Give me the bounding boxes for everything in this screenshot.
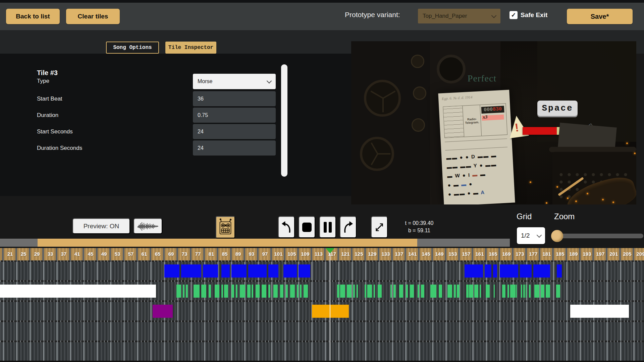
green-tile[interactable] xyxy=(247,285,251,298)
green-tile[interactable] xyxy=(300,285,302,298)
green-tile[interactable] xyxy=(439,285,442,298)
green-tile[interactable] xyxy=(252,285,253,298)
blue-tile[interactable] xyxy=(533,264,550,278)
waveform-toggle-button[interactable] xyxy=(133,218,162,234)
white-tile[interactable] xyxy=(570,305,629,318)
green-tile[interactable] xyxy=(224,285,228,298)
save-button[interactable]: Save* xyxy=(567,9,633,24)
green-tile[interactable] xyxy=(474,285,478,298)
green-tile[interactable] xyxy=(297,285,299,298)
tab-song-options[interactable]: Song Options xyxy=(106,42,159,54)
green-tile[interactable] xyxy=(486,285,490,298)
robot-assist-button[interactable] xyxy=(216,216,235,238)
pause-button[interactable] xyxy=(319,216,336,238)
green-tile[interactable] xyxy=(201,285,206,298)
green-tile[interactable] xyxy=(378,285,382,298)
blue-tile[interactable] xyxy=(221,264,230,278)
green-tile[interactable] xyxy=(421,285,424,298)
green-tile[interactable] xyxy=(393,285,396,298)
green-tile[interactable] xyxy=(186,285,188,298)
blue-tile[interactable] xyxy=(181,264,201,278)
stop-button[interactable] xyxy=(299,216,315,238)
green-tile[interactable] xyxy=(480,285,481,298)
undo-button[interactable] xyxy=(278,216,295,238)
green-tile[interactable] xyxy=(529,285,531,298)
blue-tile[interactable] xyxy=(231,264,247,278)
green-tile[interactable] xyxy=(194,285,200,298)
scrollbar-track-right[interactable] xyxy=(417,239,510,247)
track-4[interactable] xyxy=(0,322,644,341)
green-tile[interactable] xyxy=(541,285,544,298)
track-1[interactable] xyxy=(0,262,644,280)
green-tile[interactable] xyxy=(374,285,375,298)
green-tile[interactable] xyxy=(399,285,403,298)
green-tile[interactable] xyxy=(523,285,525,298)
orange-tile[interactable] xyxy=(312,305,349,318)
start-beat-input[interactable]: 36 xyxy=(193,91,276,106)
green-tile[interactable] xyxy=(502,285,505,298)
timeline-scrollbar[interactable] xyxy=(0,239,510,247)
green-tile[interactable] xyxy=(556,285,560,298)
green-tile[interactable] xyxy=(215,285,219,298)
beat-ruler[interactable]: 2125293337414549535761656973778185899397… xyxy=(0,248,644,260)
green-tile[interactable] xyxy=(526,285,527,298)
green-tile[interactable] xyxy=(510,285,516,298)
blue-tile[interactable] xyxy=(520,264,532,278)
safe-exit-checkbox[interactable]: ✓ xyxy=(509,11,518,19)
blue-tile[interactable] xyxy=(268,264,278,278)
green-tile[interactable] xyxy=(262,285,266,298)
green-tile[interactable] xyxy=(357,285,358,298)
green-tile[interactable] xyxy=(494,285,495,298)
blue-tile[interactable] xyxy=(203,264,218,278)
green-tile[interactable] xyxy=(521,285,522,298)
blue-tile[interactable] xyxy=(485,264,491,278)
green-tile[interactable] xyxy=(221,285,223,298)
green-tile[interactable] xyxy=(447,285,452,298)
green-tile[interactable] xyxy=(469,285,473,298)
green-tile[interactable] xyxy=(430,285,436,298)
green-tile[interactable] xyxy=(304,285,308,298)
green-tile[interactable] xyxy=(290,285,295,298)
zoom-slider-thumb[interactable] xyxy=(551,230,563,242)
green-tile[interactable] xyxy=(273,285,278,298)
green-tile[interactable] xyxy=(347,285,352,298)
zoom-slider-track[interactable] xyxy=(557,234,643,238)
playhead-marker[interactable] xyxy=(326,248,334,253)
blue-tile[interactable] xyxy=(248,264,267,278)
track-2[interactable] xyxy=(0,282,644,300)
green-tile[interactable] xyxy=(236,285,237,298)
prototype-variant-select[interactable]: Top_Hand_Paper xyxy=(418,9,500,23)
green-tile[interactable] xyxy=(286,285,288,298)
green-tile[interactable] xyxy=(546,285,550,298)
track-3[interactable] xyxy=(0,302,644,320)
timeline-tracks[interactable] xyxy=(0,260,644,361)
track-5[interactable] xyxy=(0,342,644,361)
redo-button[interactable] xyxy=(340,216,357,238)
clear-tiles-button[interactable]: Clear tiles xyxy=(66,9,120,24)
blue-tile[interactable] xyxy=(465,264,483,278)
green-tile[interactable] xyxy=(337,285,339,298)
green-tile[interactable] xyxy=(367,285,372,298)
white-tile[interactable] xyxy=(0,285,156,298)
green-tile[interactable] xyxy=(280,285,283,298)
green-tile[interactable] xyxy=(268,285,270,298)
purple-tile[interactable] xyxy=(153,305,173,318)
green-tile[interactable] xyxy=(454,285,456,298)
green-tile[interactable] xyxy=(410,285,414,298)
tab-tile-inspector[interactable]: Tile Inspector xyxy=(165,42,216,54)
blue-tile[interactable] xyxy=(557,264,562,278)
green-tile[interactable] xyxy=(176,285,181,298)
grid-snap-select[interactable]: 1/2 xyxy=(517,227,545,244)
green-tile[interactable] xyxy=(534,285,539,298)
green-tile[interactable] xyxy=(466,285,469,298)
blue-tile[interactable] xyxy=(500,264,518,278)
scrollbar-thumb[interactable] xyxy=(38,239,417,247)
scrollbar-track-left[interactable] xyxy=(0,239,38,247)
green-tile[interactable] xyxy=(365,285,366,298)
green-tile[interactable] xyxy=(507,285,509,298)
green-tile[interactable] xyxy=(406,285,408,298)
duration-seconds-input[interactable]: 24 xyxy=(193,140,276,156)
blue-tile[interactable] xyxy=(164,264,179,278)
green-tile[interactable] xyxy=(183,285,184,298)
green-tile[interactable] xyxy=(231,285,234,298)
